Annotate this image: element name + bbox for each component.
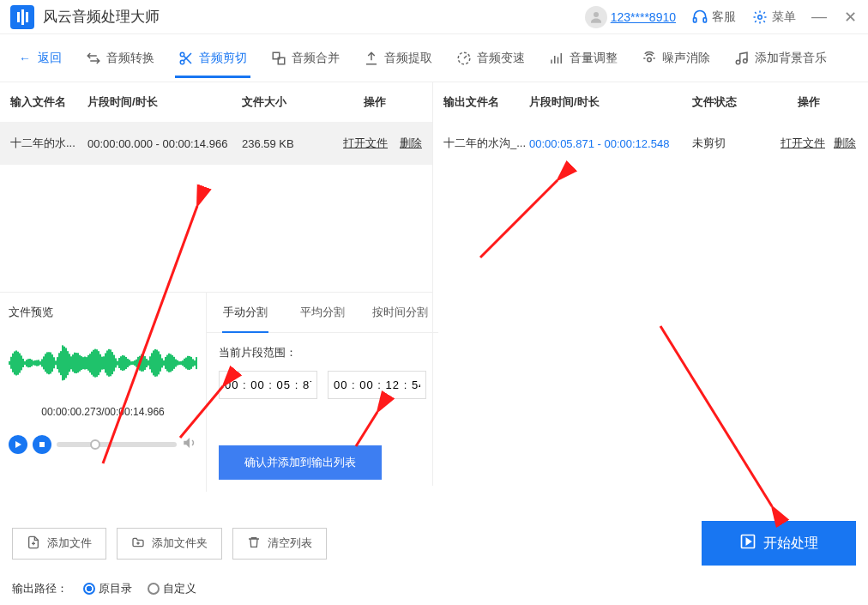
user-account[interactable]: 123****8910 xyxy=(585,6,676,28)
range-start-input[interactable] xyxy=(219,371,317,399)
tab-extract[interactable]: 音频提取 xyxy=(353,40,443,76)
avatar-icon xyxy=(585,6,607,28)
clear-list-button[interactable]: 清空列表 xyxy=(232,528,327,560)
svg-point-10 xyxy=(736,60,740,64)
tab-convert[interactable]: 音频转换 xyxy=(75,40,165,76)
app-logo xyxy=(10,5,34,29)
svg-point-3 xyxy=(758,15,763,19)
svg-point-0 xyxy=(594,12,599,17)
split-tab-average[interactable]: 平均分割 xyxy=(284,293,361,332)
gear-icon xyxy=(751,9,769,26)
back-button[interactable]: ← 返回 xyxy=(7,40,72,76)
delete-link[interactable]: 删除 xyxy=(400,136,422,151)
confirm-add-button[interactable]: 确认并添加到输出列表 xyxy=(219,445,382,480)
output-filename: 十二年的水沟_... xyxy=(443,136,529,151)
menu-button[interactable]: 菜单 xyxy=(751,9,796,26)
tab-volume[interactable]: 音量调整 xyxy=(539,40,628,76)
open-file-link[interactable]: 打开文件 xyxy=(343,136,388,151)
play-button[interactable] xyxy=(9,435,27,454)
input-filename: 十二年的水... xyxy=(10,136,87,151)
radio-custom-dir[interactable]: 自定义 xyxy=(148,581,196,596)
file-add-icon xyxy=(27,535,40,552)
play-square-icon xyxy=(739,533,756,554)
denoise-icon xyxy=(642,51,657,66)
arrow-left-icon: ← xyxy=(17,51,33,66)
svg-rect-2 xyxy=(703,17,706,21)
input-table-row[interactable]: 十二年的水... 00:00:00.000 - 00:00:14.966 236… xyxy=(0,122,432,165)
add-folder-button[interactable]: 添加文件夹 xyxy=(117,528,222,560)
svg-point-9 xyxy=(648,57,652,62)
output-table-header: 输出文件名 片段时间/时长 文件状态 操作 xyxy=(433,82,866,122)
scissors-icon xyxy=(178,51,194,66)
folder-add-icon xyxy=(131,535,145,552)
progress-slider[interactable] xyxy=(57,442,177,447)
range-end-input[interactable] xyxy=(328,371,426,399)
svg-point-4 xyxy=(180,52,184,57)
username-link[interactable]: 123****8910 xyxy=(611,10,676,24)
add-file-button[interactable]: 添加文件 xyxy=(12,528,106,560)
stop-button[interactable] xyxy=(33,435,51,454)
input-size: 236.59 KB xyxy=(242,137,328,150)
upload-icon xyxy=(364,51,379,66)
tab-cut[interactable]: 音频剪切 xyxy=(168,40,257,76)
output-open-file-link[interactable]: 打开文件 xyxy=(781,136,825,151)
svg-rect-12 xyxy=(39,442,45,447)
tab-bgm[interactable]: 添加背景音乐 xyxy=(724,40,837,76)
svg-rect-1 xyxy=(694,17,696,21)
output-status: 未剪切 xyxy=(692,136,761,151)
playback-time: 00:00:00.273/00:00:14.966 xyxy=(9,406,197,418)
split-tab-manual[interactable]: 手动分割 xyxy=(207,293,284,332)
tab-denoise[interactable]: 噪声消除 xyxy=(631,40,720,76)
output-table-row[interactable]: 十二年的水沟_... 00:00:05.871 - 00:00:12.548 未… xyxy=(433,122,866,165)
headset-icon xyxy=(691,9,708,26)
svg-point-11 xyxy=(744,58,748,63)
output-path-label: 输出路径： xyxy=(12,581,68,596)
start-process-button[interactable]: 开始处理 xyxy=(702,521,856,566)
minimize-button[interactable]: — xyxy=(811,9,827,25)
radio-original-dir[interactable]: 原目录 xyxy=(83,581,132,596)
swap-icon xyxy=(86,51,101,66)
merge-icon xyxy=(271,51,286,66)
output-delete-link[interactable]: 删除 xyxy=(834,136,856,151)
music-icon xyxy=(734,51,750,66)
trash-icon xyxy=(247,535,261,552)
svg-point-5 xyxy=(180,60,184,64)
app-title: 风云音频处理大师 xyxy=(43,7,160,27)
speed-icon xyxy=(456,51,472,66)
tab-speed[interactable]: 音频变速 xyxy=(446,40,535,76)
waveform[interactable] xyxy=(9,346,197,380)
output-time: 00:00:05.871 - 00:00:12.548 xyxy=(529,137,692,150)
volume-icon[interactable] xyxy=(182,435,197,454)
range-label: 当前片段范围： xyxy=(219,345,426,360)
close-button[interactable]: ✕ xyxy=(842,9,858,25)
input-time: 00:00:00.000 - 00:00:14.966 xyxy=(87,137,242,150)
equalizer-icon xyxy=(549,51,564,66)
preview-title: 文件预览 xyxy=(9,305,197,320)
tab-merge[interactable]: 音频合并 xyxy=(261,40,350,76)
support-button[interactable]: 客服 xyxy=(691,9,736,26)
input-table-header: 输入文件名 片段时间/时长 文件大小 操作 xyxy=(0,82,432,122)
split-tab-bytime[interactable]: 按时间分割 xyxy=(361,293,438,332)
